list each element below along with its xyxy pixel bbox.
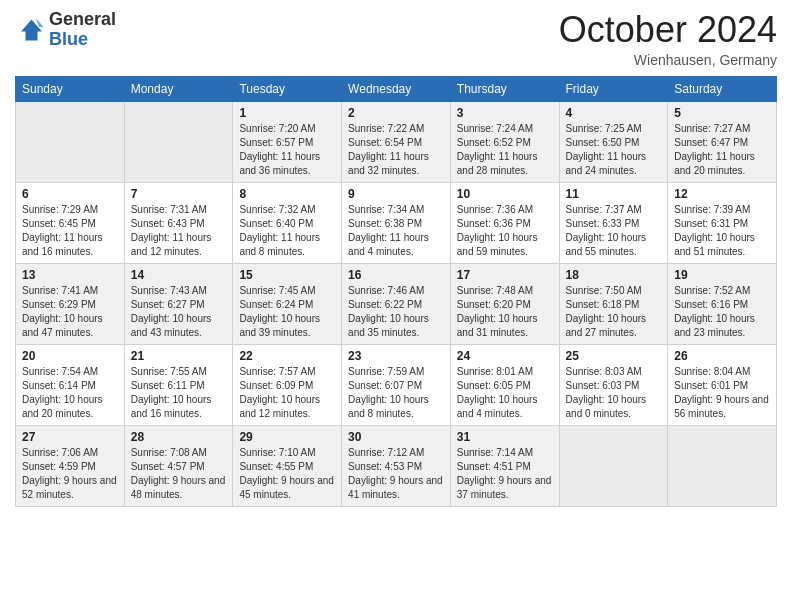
day-cell: 2Sunrise: 7:22 AM Sunset: 6:54 PM Daylig… [342,101,451,182]
day-number: 4 [566,106,662,120]
day-info: Sunrise: 7:59 AM Sunset: 6:07 PM Dayligh… [348,365,444,421]
day-info: Sunrise: 7:10 AM Sunset: 4:55 PM Dayligh… [239,446,335,502]
day-cell: 17Sunrise: 7:48 AM Sunset: 6:20 PM Dayli… [450,263,559,344]
day-number: 20 [22,349,118,363]
day-info: Sunrise: 7:12 AM Sunset: 4:53 PM Dayligh… [348,446,444,502]
day-cell: 22Sunrise: 7:57 AM Sunset: 6:09 PM Dayli… [233,344,342,425]
day-number: 25 [566,349,662,363]
day-number: 18 [566,268,662,282]
month-title: October 2024 [559,10,777,50]
day-cell [16,101,125,182]
day-cell [559,425,668,506]
day-info: Sunrise: 7:06 AM Sunset: 4:59 PM Dayligh… [22,446,118,502]
day-cell: 11Sunrise: 7:37 AM Sunset: 6:33 PM Dayli… [559,182,668,263]
day-info: Sunrise: 7:32 AM Sunset: 6:40 PM Dayligh… [239,203,335,259]
day-cell: 29Sunrise: 7:10 AM Sunset: 4:55 PM Dayli… [233,425,342,506]
day-number: 30 [348,430,444,444]
weekday-tuesday: Tuesday [233,76,342,101]
week-row-3: 20Sunrise: 7:54 AM Sunset: 6:14 PM Dayli… [16,344,777,425]
day-number: 28 [131,430,227,444]
day-number: 29 [239,430,335,444]
week-row-2: 13Sunrise: 7:41 AM Sunset: 6:29 PM Dayli… [16,263,777,344]
day-info: Sunrise: 7:14 AM Sunset: 4:51 PM Dayligh… [457,446,553,502]
day-cell: 21Sunrise: 7:55 AM Sunset: 6:11 PM Dayli… [124,344,233,425]
logo-text: General Blue [49,10,116,50]
day-info: Sunrise: 7:37 AM Sunset: 6:33 PM Dayligh… [566,203,662,259]
day-cell: 27Sunrise: 7:06 AM Sunset: 4:59 PM Dayli… [16,425,125,506]
day-info: Sunrise: 7:45 AM Sunset: 6:24 PM Dayligh… [239,284,335,340]
weekday-monday: Monday [124,76,233,101]
day-info: Sunrise: 8:04 AM Sunset: 6:01 PM Dayligh… [674,365,770,421]
day-cell: 9Sunrise: 7:34 AM Sunset: 6:38 PM Daylig… [342,182,451,263]
day-number: 14 [131,268,227,282]
day-cell: 16Sunrise: 7:46 AM Sunset: 6:22 PM Dayli… [342,263,451,344]
day-number: 5 [674,106,770,120]
day-number: 6 [22,187,118,201]
day-cell: 5Sunrise: 7:27 AM Sunset: 6:47 PM Daylig… [668,101,777,182]
day-number: 27 [22,430,118,444]
day-number: 31 [457,430,553,444]
day-info: Sunrise: 7:34 AM Sunset: 6:38 PM Dayligh… [348,203,444,259]
calendar: SundayMondayTuesdayWednesdayThursdayFrid… [15,76,777,507]
day-info: Sunrise: 7:08 AM Sunset: 4:57 PM Dayligh… [131,446,227,502]
day-number: 19 [674,268,770,282]
day-info: Sunrise: 8:01 AM Sunset: 6:05 PM Dayligh… [457,365,553,421]
day-cell: 12Sunrise: 7:39 AM Sunset: 6:31 PM Dayli… [668,182,777,263]
page: General Blue October 2024 Wienhausen, Ge… [0,0,792,612]
day-cell: 15Sunrise: 7:45 AM Sunset: 6:24 PM Dayli… [233,263,342,344]
weekday-thursday: Thursday [450,76,559,101]
day-number: 3 [457,106,553,120]
day-number: 23 [348,349,444,363]
week-row-1: 6Sunrise: 7:29 AM Sunset: 6:45 PM Daylig… [16,182,777,263]
day-number: 12 [674,187,770,201]
day-number: 8 [239,187,335,201]
day-cell: 24Sunrise: 8:01 AM Sunset: 6:05 PM Dayli… [450,344,559,425]
svg-marker-1 [36,18,44,27]
week-row-4: 27Sunrise: 7:06 AM Sunset: 4:59 PM Dayli… [16,425,777,506]
day-number: 10 [457,187,553,201]
day-number: 7 [131,187,227,201]
day-cell: 4Sunrise: 7:25 AM Sunset: 6:50 PM Daylig… [559,101,668,182]
day-cell: 3Sunrise: 7:24 AM Sunset: 6:52 PM Daylig… [450,101,559,182]
day-info: Sunrise: 7:55 AM Sunset: 6:11 PM Dayligh… [131,365,227,421]
day-cell: 31Sunrise: 7:14 AM Sunset: 4:51 PM Dayli… [450,425,559,506]
title-block: October 2024 Wienhausen, Germany [559,10,777,68]
logo-icon [15,15,45,45]
day-cell: 1Sunrise: 7:20 AM Sunset: 6:57 PM Daylig… [233,101,342,182]
location: Wienhausen, Germany [559,52,777,68]
day-info: Sunrise: 7:46 AM Sunset: 6:22 PM Dayligh… [348,284,444,340]
day-cell: 14Sunrise: 7:43 AM Sunset: 6:27 PM Dayli… [124,263,233,344]
day-cell: 26Sunrise: 8:04 AM Sunset: 6:01 PM Dayli… [668,344,777,425]
day-info: Sunrise: 7:52 AM Sunset: 6:16 PM Dayligh… [674,284,770,340]
logo-general: General [49,10,116,30]
day-number: 11 [566,187,662,201]
day-cell [124,101,233,182]
day-number: 26 [674,349,770,363]
day-cell: 30Sunrise: 7:12 AM Sunset: 4:53 PM Dayli… [342,425,451,506]
day-number: 21 [131,349,227,363]
day-info: Sunrise: 7:57 AM Sunset: 6:09 PM Dayligh… [239,365,335,421]
header: General Blue October 2024 Wienhausen, Ge… [15,10,777,68]
day-info: Sunrise: 7:39 AM Sunset: 6:31 PM Dayligh… [674,203,770,259]
day-cell: 10Sunrise: 7:36 AM Sunset: 6:36 PM Dayli… [450,182,559,263]
day-cell: 25Sunrise: 8:03 AM Sunset: 6:03 PM Dayli… [559,344,668,425]
day-cell: 23Sunrise: 7:59 AM Sunset: 6:07 PM Dayli… [342,344,451,425]
day-cell: 13Sunrise: 7:41 AM Sunset: 6:29 PM Dayli… [16,263,125,344]
day-cell: 19Sunrise: 7:52 AM Sunset: 6:16 PM Dayli… [668,263,777,344]
day-cell [668,425,777,506]
day-cell: 28Sunrise: 7:08 AM Sunset: 4:57 PM Dayli… [124,425,233,506]
day-number: 13 [22,268,118,282]
day-number: 16 [348,268,444,282]
day-info: Sunrise: 7:24 AM Sunset: 6:52 PM Dayligh… [457,122,553,178]
day-number: 1 [239,106,335,120]
day-number: 22 [239,349,335,363]
day-info: Sunrise: 7:29 AM Sunset: 6:45 PM Dayligh… [22,203,118,259]
weekday-header-row: SundayMondayTuesdayWednesdayThursdayFrid… [16,76,777,101]
day-info: Sunrise: 7:43 AM Sunset: 6:27 PM Dayligh… [131,284,227,340]
day-cell: 20Sunrise: 7:54 AM Sunset: 6:14 PM Dayli… [16,344,125,425]
weekday-wednesday: Wednesday [342,76,451,101]
day-cell: 8Sunrise: 7:32 AM Sunset: 6:40 PM Daylig… [233,182,342,263]
day-number: 15 [239,268,335,282]
day-info: Sunrise: 8:03 AM Sunset: 6:03 PM Dayligh… [566,365,662,421]
logo-blue: Blue [49,30,116,50]
